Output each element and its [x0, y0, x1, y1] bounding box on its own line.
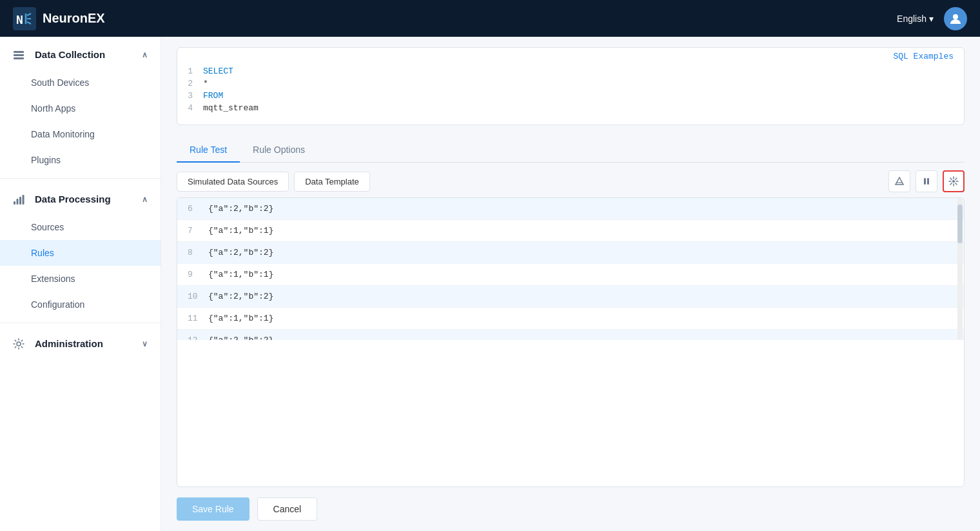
app-name: NeuronEX — [43, 11, 105, 26]
sidebar-section-header-data-collection[interactable]: Data Collection ∧ — [0, 39, 161, 70]
svg-rect-16 — [927, 178, 929, 185]
sidebar-section-header-administration[interactable]: Administration ∨ — [0, 328, 161, 359]
cancel-button[interactable]: Cancel — [257, 497, 318, 521]
svg-line-22 — [950, 178, 952, 179]
sidebar-item-rules[interactable]: Rules — [0, 240, 161, 266]
svg-rect-11 — [17, 199, 19, 205]
sql-keyword-from: FROM — [203, 91, 223, 101]
user-icon — [949, 12, 962, 25]
sidebar-item-configuration[interactable]: Configuration — [0, 292, 161, 317]
sidebar-item-data-monitoring[interactable]: Data Monitoring — [0, 121, 161, 147]
clear-icon — [894, 176, 905, 186]
data-output-panel: 6 {"a":2,"b":2} 7 {"a":1,"b":1} 8 {"a":2… — [177, 197, 965, 487]
sql-line-2: 2 * — [177, 77, 964, 90]
pause-button[interactable] — [916, 170, 937, 192]
svg-line-25 — [950, 183, 952, 185]
simulated-data-sources-button[interactable]: Simulated Data Sources — [177, 172, 289, 192]
svg-line-23 — [956, 183, 957, 185]
sidebar-divider-2 — [0, 323, 161, 323]
logo-area: N NeuronEX — [13, 7, 105, 30]
sidebar-item-sources[interactable]: Sources — [0, 214, 161, 240]
data-row: 7 {"a":1,"b":1} — [177, 220, 964, 242]
tab-rule-test[interactable]: Rule Test — [177, 138, 240, 163]
svg-rect-13 — [23, 195, 24, 205]
header-right: English ▾ — [897, 7, 967, 30]
administration-icon — [13, 337, 30, 350]
sidebar-item-extensions[interactable]: Extensions — [0, 266, 161, 292]
sidebar-item-plugins[interactable]: Plugins — [0, 147, 161, 173]
data-row: 8 {"a":2,"b":2} — [177, 242, 964, 264]
svg-text:N: N — [16, 13, 23, 26]
svg-rect-7 — [14, 51, 24, 53]
administration-chevron: ∨ — [142, 339, 148, 348]
sql-examples-link[interactable]: SQL Examples — [893, 52, 954, 61]
sidebar-section-data-processing: Data Processing ∧ Sources Rules Extensio… — [0, 181, 161, 320]
sidebar-section-header-left-admin: Administration — [13, 337, 103, 350]
sidebar-section-header-left: Data Collection — [13, 48, 105, 61]
main-layout: Data Collection ∧ South Devices North Ap… — [0, 37, 980, 531]
svg-rect-12 — [19, 197, 21, 205]
language-label: English — [897, 14, 926, 24]
header: N NeuronEX English ▾ — [0, 0, 980, 37]
data-processing-chevron: ∧ — [142, 195, 148, 204]
data-template-button[interactable]: Data Template — [294, 172, 370, 192]
sql-line-4: 4 mqtt_stream — [177, 102, 964, 114]
administration-label: Administration — [35, 338, 103, 349]
sql-star: * — [203, 79, 208, 88]
data-processing-icon — [13, 193, 30, 205]
svg-point-17 — [952, 180, 955, 183]
svg-point-14 — [17, 342, 21, 346]
toolbar-right — [888, 170, 965, 192]
sql-keyword-select: SELECT — [203, 66, 233, 76]
language-selector[interactable]: English ▾ — [897, 14, 934, 24]
sql-line-3: 3 FROM — [177, 90, 964, 102]
scrollbar-track[interactable] — [957, 198, 963, 340]
spin-icon — [948, 176, 959, 186]
user-avatar[interactable] — [944, 7, 967, 30]
app-logo-icon: N — [13, 7, 36, 30]
sidebar-section-header-data-processing[interactable]: Data Processing ∧ — [0, 184, 161, 214]
rule-test-toolbar: Simulated Data Sources Data Template — [177, 170, 965, 192]
language-dropdown-icon: ▾ — [929, 14, 934, 24]
toolbar-left: Simulated Data Sources Data Template — [177, 172, 370, 192]
svg-point-6 — [953, 14, 958, 19]
tabs-row: Rule Test Rule Options — [177, 138, 965, 163]
data-row: 12 {"a":2 "b":2} — [177, 330, 964, 340]
svg-rect-9 — [14, 57, 24, 59]
sql-top-link-area: SQL Examples — [177, 48, 964, 63]
svg-rect-8 — [14, 54, 24, 56]
tab-rule-options[interactable]: Rule Options — [240, 138, 318, 163]
data-processing-label: Data Processing — [35, 194, 111, 205]
sql-editor[interactable]: SQL Examples 1 SELECT 2 * 3 FROM 4 — [177, 47, 965, 125]
sidebar-section-data-collection: Data Collection ∧ South Devices North Ap… — [0, 37, 161, 175]
save-rule-button[interactable]: Save Rule — [177, 497, 250, 521]
sidebar-section-administration: Administration ∨ — [0, 326, 161, 361]
sql-lines: 1 SELECT 2 * 3 FROM 4 mqtt_stream — [177, 63, 964, 125]
data-collection-chevron: ∧ — [142, 50, 148, 59]
data-row: 6 {"a":2,"b":2} — [177, 198, 964, 220]
data-row: 10 {"a":2,"b":2} — [177, 286, 964, 308]
bottom-bar: Save Rule Cancel — [161, 487, 980, 531]
spin-button[interactable] — [943, 170, 965, 192]
pause-icon — [921, 176, 932, 186]
clear-button[interactable] — [888, 170, 910, 192]
sidebar-section-header-left-dp: Data Processing — [13, 193, 111, 205]
sidebar-item-south-devices[interactable]: South Devices — [0, 70, 161, 95]
scrollbar-thumb[interactable] — [957, 205, 963, 243]
sql-line-1: 1 SELECT — [177, 65, 964, 77]
svg-line-24 — [956, 178, 957, 179]
sidebar: Data Collection ∧ South Devices North Ap… — [0, 37, 161, 531]
sidebar-divider-1 — [0, 178, 161, 179]
data-row: 9 {"a":1,"b":1} — [177, 264, 964, 286]
svg-rect-15 — [924, 178, 926, 185]
data-output-scroll[interactable]: 6 {"a":2,"b":2} 7 {"a":1,"b":1} 8 {"a":2… — [177, 198, 964, 340]
data-row: 11 {"a":1,"b":1} — [177, 308, 964, 330]
data-collection-label: Data Collection — [35, 49, 105, 60]
svg-rect-10 — [14, 201, 15, 205]
data-collection-icon — [13, 48, 30, 61]
content-area: SQL Examples 1 SELECT 2 * 3 FROM 4 — [161, 37, 980, 531]
sidebar-item-north-apps[interactable]: North Apps — [0, 95, 161, 121]
sql-stream-name: mqtt_stream — [203, 103, 259, 113]
